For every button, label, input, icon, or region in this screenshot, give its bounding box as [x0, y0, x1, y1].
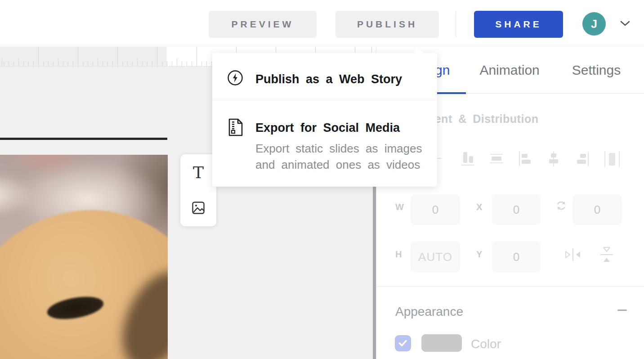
publish-dropdown-menu: Publish as a Web Story Export for Social… [212, 53, 437, 187]
preview-button[interactable]: PREVIEW [209, 11, 317, 38]
check-icon [398, 340, 407, 347]
collapse-section-icon[interactable] [617, 310, 627, 311]
line-element[interactable] [0, 138, 167, 140]
width-label: W [395, 202, 404, 212]
color-checkbox[interactable] [395, 335, 411, 351]
tab-animation[interactable]: Animation [479, 47, 540, 94]
text-tool-icon[interactable]: T [193, 165, 204, 181]
flip-horizontal-icon[interactable] [563, 246, 583, 265]
tab-animation-label: Animation [479, 63, 539, 78]
distribute-horizontal-icon[interactable] [603, 150, 621, 170]
menu-item-export-description-line2: and animated ones as videos [255, 158, 420, 172]
image-element-dog-photo[interactable] [0, 155, 168, 359]
flip-vertical-icon[interactable] [598, 245, 616, 266]
appearance-section-title: Appearance [395, 305, 463, 319]
avatar[interactable]: J [582, 12, 606, 36]
publish-button[interactable]: PUBLISH [335, 11, 439, 38]
x-input[interactable] [492, 194, 541, 225]
height-input[interactable] [411, 242, 460, 272]
width-input[interactable] [411, 194, 460, 225]
header-divider [456, 12, 456, 37]
menu-divider [212, 100, 437, 100]
align-center-icon[interactable] [546, 150, 562, 170]
image-tool-icon[interactable] [192, 201, 205, 216]
menu-item-publish-web-story[interactable]: Publish as a Web Story [255, 72, 402, 86]
x-label: X [476, 202, 482, 212]
lightning-circle-icon[interactable] [227, 70, 243, 88]
align-left-icon[interactable] [518, 150, 534, 170]
color-label: Color [471, 337, 501, 351]
height-label: H [395, 249, 402, 260]
y-input[interactable] [492, 242, 541, 272]
chevron-down-icon[interactable] [620, 20, 631, 29]
share-button[interactable]: SHARE [474, 11, 563, 38]
menu-item-export-social-media[interactable]: Export for Social Media [255, 121, 400, 135]
y-label: Y [476, 249, 482, 260]
align-right-icon[interactable] [573, 150, 590, 170]
align-horizontal-middle-icon[interactable] [489, 150, 504, 170]
rotation-input[interactable] [572, 194, 622, 225]
section-divider [376, 286, 644, 287]
align-bottom-icon[interactable] [460, 150, 475, 170]
tab-settings[interactable]: Settings [571, 47, 622, 94]
color-swatch[interactable] [421, 334, 462, 352]
rotate-icon[interactable] [555, 200, 567, 213]
menu-item-export-description-line1: Export static slides as images [255, 142, 422, 156]
app-header: PREVIEW PUBLISH SHARE J [0, 0, 644, 46]
insert-toolbar: T [180, 154, 216, 226]
tab-settings-label: Settings [572, 63, 621, 78]
zip-file-icon[interactable] [228, 118, 243, 138]
